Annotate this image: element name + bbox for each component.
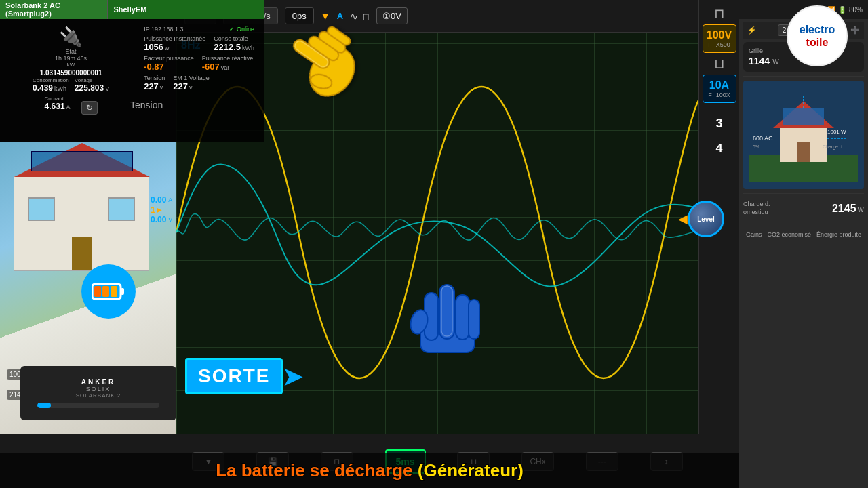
blue-hand-pointer — [400, 251, 495, 376]
phone-footer: Gains CO2 économisé Énergie produite — [743, 228, 864, 241]
anker-device: ANKER SOLIX SOLARBANK 2 — [20, 366, 176, 420]
battery-circle — [81, 264, 136, 319]
charge-val: 2145 — [832, 203, 856, 215]
current-scale-val: 10A — [709, 79, 729, 92]
house-diagram-svg: 600 AC 5% 1001 W Charge d. — [749, 87, 858, 182]
tension-label: Tension — [144, 75, 165, 81]
anker-brand: ANKER — [81, 378, 116, 386]
wave-icons: ∿ ⊓ — [350, 11, 370, 22]
plug-icon: 🔌 — [59, 26, 83, 48]
current-f-label: F — [708, 92, 712, 98]
bottom-banner: La batterie se décharge (Générateur) — [0, 453, 739, 488]
ch1-indicator: 0.00 A 1 ▶ 0.00 V — [151, 195, 172, 224]
solar-panels — [31, 151, 133, 171]
grille-val: 1144 — [749, 56, 770, 66]
logo-line1: electro — [800, 23, 835, 36]
gains-label: Gains — [746, 231, 762, 238]
level-knob[interactable]: Level — [688, 201, 724, 237]
battery-percent: 80% — [849, 6, 863, 14]
ch1-unit2: V — [168, 216, 172, 223]
phone-divider-1 — [743, 76, 864, 77]
facteur-label: Facteur puissance — [144, 55, 194, 62]
svg-rect-17 — [102, 286, 109, 297]
co2-label: CO2 économisé — [767, 231, 811, 238]
svg-text:Charge d.: Charge d. — [823, 144, 844, 150]
em1-val: 227 — [173, 81, 188, 92]
charge-unit: W — [858, 206, 864, 214]
square-wave-bottom-icon: ⊔ — [714, 56, 725, 72]
channel-3-btn[interactable]: 3 — [715, 111, 722, 134]
shelly-col: IP 192.168.1.3 ✓ Online Puissance Instan… — [138, 23, 260, 138]
svg-rect-11 — [469, 300, 479, 339]
svg-rect-16 — [94, 286, 101, 297]
facteur-val: -0.87 — [144, 62, 194, 72]
voltage-ref: ①0V — [376, 7, 408, 24]
house-diagram: 600 AC 5% 1001 W Charge d. — [743, 81, 864, 189]
logo-line2: toile — [806, 36, 829, 49]
anker-model: SOLARBANK 2 — [76, 392, 121, 399]
tension-static-label: Tension — [130, 100, 163, 110]
solarbank-kw: kW — [67, 62, 75, 68]
blue-hand-icon — [400, 251, 495, 359]
battery-icon-phone: 🔋 — [838, 6, 846, 14]
level-label: Level — [697, 216, 715, 223]
shelly-ip: IP 192.168.1.3 — [144, 26, 183, 33]
svg-text:1001 W: 1001 W — [827, 129, 846, 135]
svg-rect-15 — [121, 288, 124, 295]
solarbank-etat-label: Etat — [66, 48, 77, 55]
puissance-reactive-label: Puissance réactive — [202, 55, 254, 62]
device-info-overlay: Solarbank 2 AC (Smartplug2) ShellyEM 🔌 E… — [0, 0, 264, 142]
current-scale-btn[interactable]: 10A F 100X — [703, 75, 736, 103]
tension-unit: v — [160, 84, 163, 91]
shelly-status: ✓ Online — [229, 26, 254, 33]
sorte-text: SORTE — [185, 358, 283, 394]
square-wave-top-icon: ⊓ — [714, 5, 725, 22]
grille-unit: W — [772, 58, 778, 66]
courant-unit: A — [66, 104, 71, 110]
anker-battery-bar — [37, 403, 159, 408]
channel-4-btn[interactable]: 4 — [715, 136, 722, 159]
charge-sub: omestiqu — [743, 209, 770, 216]
trigger-arrow-icon: ◀ — [678, 211, 688, 226]
electro-toile-logo: electro toile — [787, 5, 848, 66]
svg-rect-23 — [783, 108, 824, 125]
energie-label: Énergie produite — [816, 231, 861, 238]
em1-label: EM 1 Voltage — [173, 75, 210, 81]
voltage-scale-btn[interactable]: 100V F X500 — [703, 24, 736, 53]
voltage-scale-val: 100V — [707, 29, 732, 41]
courant-label: Courant — [45, 96, 71, 102]
house-body — [14, 176, 149, 271]
solarbank-left-col: 🔌 Etat 1h 19m 46s kW 1.031459000000001 C… — [4, 23, 138, 138]
solarbank-name: Solarbank 2 AC (Smartplug2) — [5, 1, 102, 18]
voltage-val: 225.803 — [75, 83, 104, 93]
battery-svg — [92, 281, 125, 302]
solarbank-time: 1h 19m 46s — [55, 55, 87, 62]
puissance-inst-label: Puissance Instantanée — [144, 35, 205, 42]
puissance-inst-val: 1056 — [144, 42, 163, 52]
svg-rect-24 — [797, 142, 810, 162]
phone-divider-3 — [743, 224, 864, 224]
charge-label: Charge d. — [743, 201, 770, 207]
anker-battery-fill — [37, 403, 51, 408]
square-icon: ⊓ — [362, 11, 370, 22]
voltage-f-label: F — [708, 41, 712, 48]
svg-text:5%: 5% — [753, 144, 760, 149]
voltage-label: Voltage — [75, 77, 109, 83]
ch1-ref: 1 ▶ — [151, 205, 162, 215]
puissance-reactive-unit: var — [221, 64, 230, 71]
conso-label: Consommation — [33, 77, 69, 83]
phone-divider-2 — [743, 193, 864, 194]
ch1-unit1: A — [168, 197, 172, 203]
sine-icon: ∿ — [350, 11, 358, 22]
ch1-val2: 0.00 — [151, 215, 166, 224]
add-icon[interactable]: ➕ — [850, 26, 860, 35]
conso-totale-val: 2212.5 — [214, 42, 241, 52]
charge-row: Charge d. omestiqu 2145 W — [743, 198, 864, 220]
refresh-button[interactable]: ↻ — [81, 101, 98, 115]
trigger-level-indicator: ◀ Level — [678, 201, 724, 237]
solarbank-header: Solarbank 2 AC (Smartplug2) — [0, 0, 107, 19]
current-x100-label: 100X — [716, 92, 730, 98]
sorte-annotation: SORTE ➤ — [185, 358, 304, 394]
sorte-arrow-icon: ➤ — [281, 361, 304, 392]
battery-status-icon — [81, 264, 136, 319]
